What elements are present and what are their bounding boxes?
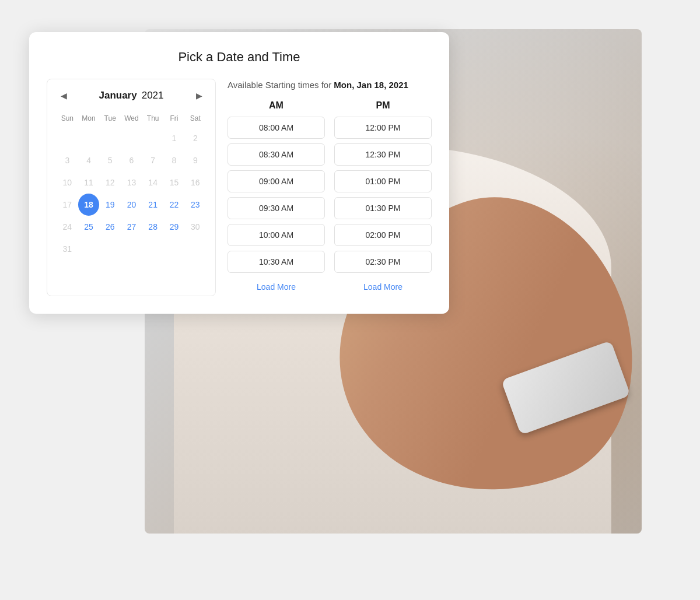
time-slot-button[interactable]: 08:00 AM [228,117,325,139]
time-header-prefix: Available Starting times for [228,80,334,90]
calendar-day [99,127,121,149]
pm-load-more-button[interactable]: Load More [334,278,432,296]
calendar-week-row: 31 [57,238,206,260]
time-slot-button[interactable]: 02:00 PM [334,224,432,246]
calendar-day[interactable]: 27 [121,216,142,238]
calendar-day[interactable]: 19 [99,194,121,216]
calendar-day: 14 [142,171,164,194]
time-slot-button[interactable]: 01:00 PM [334,170,432,192]
calendar-day: 13 [121,171,142,194]
month-year-display: January 2021 [99,90,163,101]
time-slot-button[interactable]: 12:30 PM [334,143,432,166]
am-header: AM [228,100,325,111]
calendar-header: ◀ January 2021 ▶ [57,89,206,103]
prev-month-button[interactable]: ◀ [57,89,71,103]
year-label: 2021 [142,90,164,101]
calendar-day: 31 [57,238,78,260]
calendar-day[interactable]: 26 [99,216,121,238]
modal-body: ◀ January 2021 ▶ Sun Mon Tue Wed Thu Fri [47,79,432,296]
time-slot-button[interactable]: 09:30 AM [228,197,325,219]
am-slots-container: 08:00 AM08:30 AM09:00 AM09:30 AM10:00 AM… [228,117,325,273]
calendar-day [185,238,206,260]
pm-column: PM 12:00 PM12:30 PM01:00 PM01:30 PM02:00… [334,100,432,296]
date-time-picker-modal: Pick a Date and Time ◀ January 2021 ▶ Su… [29,32,449,314]
calendar-week-row: 24252627282930 [57,216,206,238]
time-slot-button[interactable]: 08:30 AM [228,143,325,166]
calendar-day[interactable]: 21 [142,194,164,216]
calendar-day: 8 [163,149,184,171]
calendar-week-row: 17181920212223 [57,194,206,216]
calendar-day [142,127,164,149]
pm-header: PM [334,100,432,111]
am-column: AM 08:00 AM08:30 AM09:00 AM09:30 AM10:00… [228,100,325,296]
weekday-thu: Thu [142,112,164,127]
time-slot-button[interactable]: 09:00 AM [228,170,325,192]
time-slot-button[interactable]: 12:00 PM [334,117,432,139]
calendar-body: 1234567891011121314151617181920212223242… [57,127,206,260]
time-header: Available Starting times for Mon, Jan 18… [228,79,432,91]
calendar-day [121,127,142,149]
weekday-headers: Sun Mon Tue Wed Thu Fri Sat [57,112,206,127]
calendar-day: 7 [142,149,164,171]
time-section: Available Starting times for Mon, Jan 18… [228,79,432,296]
weekday-tue: Tue [99,112,121,127]
calendar-day: 9 [185,149,206,171]
am-load-more-button[interactable]: Load More [228,278,325,296]
calendar-day[interactable]: 20 [121,194,142,216]
time-slot-button[interactable]: 10:00 AM [228,224,325,246]
time-slot-button[interactable]: 02:30 PM [334,251,432,273]
calendar-day: 30 [185,216,206,238]
calendar-day: 5 [99,149,121,171]
selected-date-label: Mon, Jan 18, 2021 [334,80,408,90]
calendar-day: 6 [121,149,142,171]
calendar-day: 24 [57,216,78,238]
calendar-day: 11 [78,171,100,194]
calendar-day [163,238,184,260]
calendar-day: 2 [185,127,206,149]
month-label: January [99,90,136,101]
weekday-sat: Sat [185,112,206,127]
calendar-day: 3 [57,149,78,171]
calendar-grid: Sun Mon Tue Wed Thu Fri Sat 123456789101… [57,112,206,260]
calendar-day [99,238,121,260]
modal-title: Pick a Date and Time [47,50,432,65]
calendar-day[interactable]: 22 [163,194,184,216]
calendar-day[interactable]: 25 [78,216,100,238]
time-slot-button[interactable]: 01:30 PM [334,197,432,219]
time-slot-button[interactable]: 10:30 AM [228,251,325,273]
calendar-day: 1 [163,127,184,149]
calendar-day[interactable]: 29 [163,216,184,238]
calendar-day [78,238,100,260]
calendar-day [57,127,78,149]
calendar-day[interactable]: 18 [78,194,100,216]
time-columns: AM 08:00 AM08:30 AM09:00 AM09:30 AM10:00… [228,100,432,296]
weekday-mon: Mon [78,112,100,127]
calendar-day[interactable]: 23 [185,194,206,216]
calendar-day[interactable]: 28 [142,216,164,238]
calendar-section: ◀ January 2021 ▶ Sun Mon Tue Wed Thu Fri [47,79,216,296]
calendar-week-row: 3456789 [57,149,206,171]
calendar-day [142,238,164,260]
calendar-day: 4 [78,149,100,171]
calendar-day [78,127,100,149]
weekday-sun: Sun [57,112,78,127]
calendar-day: 12 [99,171,121,194]
calendar-week-row: 10111213141516 [57,171,206,194]
weekday-wed: Wed [121,112,142,127]
calendar-day: 16 [185,171,206,194]
calendar-day: 15 [163,171,184,194]
calendar-week-row: 12 [57,127,206,149]
calendar-day [121,238,142,260]
weekday-fri: Fri [163,112,184,127]
next-month-button[interactable]: ▶ [192,89,206,103]
calendar-day: 17 [57,194,78,216]
calendar-day: 10 [57,171,78,194]
pm-slots-container: 12:00 PM12:30 PM01:00 PM01:30 PM02:00 PM… [334,117,432,273]
